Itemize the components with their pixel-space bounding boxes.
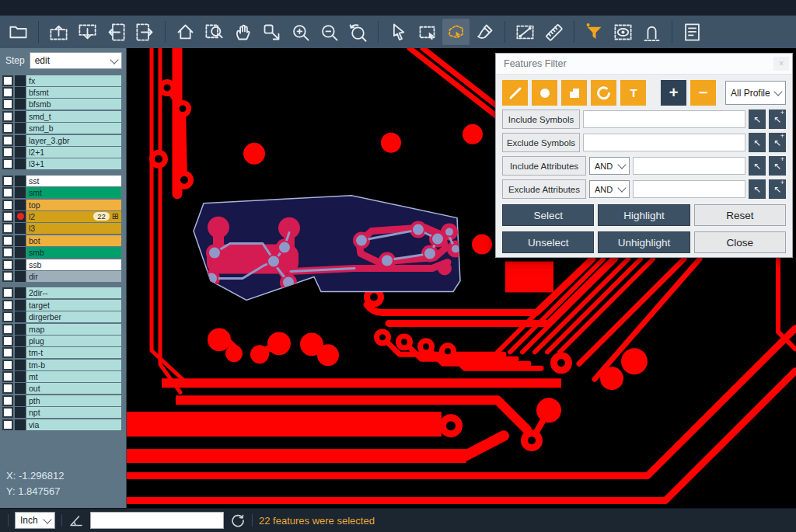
layer-checkbox[interactable] [2,147,13,158]
active-layer-indicator[interactable] [15,87,26,98]
select-arrow-button[interactable] [385,19,412,45]
layer-checkbox[interactable] [2,336,13,346]
layer-color-bar[interactable]: bfsmt⊞ [26,87,121,98]
layer-color-bar[interactable]: 2dir--⊞ [26,287,121,298]
pick-attribute-button[interactable]: ↖ [749,156,766,176]
layer-row[interactable]: smt⊞ [0,187,126,199]
layer-checkbox[interactable] [2,187,13,198]
layer-checkbox[interactable] [2,347,13,358]
layer-checkbox[interactable] [2,360,13,370]
layer-row[interactable]: l3⊞ [0,223,126,235]
layer-checkbox[interactable] [2,75,13,86]
layer-color-bar[interactable]: via⊞ [26,419,121,430]
angle-measure-icon[interactable] [68,513,84,528]
layer-checkbox[interactable] [2,223,13,234]
layer-checkbox[interactable] [2,311,13,322]
layer-row[interactable]: bfsmb⊞ [0,99,126,110]
view-options-button[interactable] [609,19,637,45]
include-symbols-input[interactable] [583,110,745,128]
layer-color-bar[interactable]: smd_t⊞ [26,111,121,122]
unhighlight-button[interactable]: Unhighlight [598,231,690,253]
active-layer-indicator[interactable] [15,135,26,146]
include-attributes-operator-select[interactable]: AND [589,157,630,175]
layer-row[interactable]: via⊞ [0,419,126,430]
measure-line-button[interactable] [511,19,539,45]
layer-color-bar[interactable]: smt⊞ [26,187,121,198]
active-layer-indicator[interactable] [15,300,26,311]
layer-color-bar[interactable]: tm-b⊞ [26,360,121,370]
menu-item[interactable] [61,6,75,9]
menu-item[interactable] [19,6,33,9]
pane-down-button[interactable] [74,19,101,45]
active-layer-indicator[interactable] [15,419,26,430]
exclude-symbols-input[interactable] [583,134,745,151]
layer-checkbox[interactable] [2,211,13,222]
pick-symbol-button[interactable]: ↖ [749,110,766,129]
layer-checkbox[interactable] [2,176,13,186]
active-layer-indicator[interactable] [15,311,26,322]
layer-row[interactable]: target⊞ [0,299,126,311]
snap-button[interactable] [638,19,665,45]
active-layer-indicator[interactable] [15,99,26,110]
layer-row[interactable]: smb⊞ [0,246,126,258]
layer-row[interactable]: 2dir--⊞ [0,287,126,299]
layer-checkbox[interactable] [2,135,13,146]
zoom-window-button[interactable] [201,19,228,45]
layer-color-bar[interactable]: l2+1⊞ [26,147,121,158]
layer-color-bar[interactable]: top⊞ [26,200,121,210]
layer-color-bar[interactable]: target⊞ [26,300,121,311]
unit-select[interactable]: Inch [15,512,55,529]
active-layer-indicator[interactable] [15,200,26,210]
layer-checkbox[interactable] [2,235,13,246]
include-attributes-button[interactable]: Include Attributes [502,156,586,176]
exclude-attributes-input[interactable] [633,180,745,198]
layer-row[interactable]: smd_t⊞ [0,110,126,122]
layer-color-bar[interactable]: l222⊞ [26,211,121,222]
layer-checkbox[interactable] [2,87,13,98]
layer-color-bar[interactable]: dirgerber⊞ [26,311,121,322]
layer-color-bar[interactable]: layer_3.gbr⊞ [26,135,121,146]
layer-checkbox[interactable] [2,200,13,210]
remove-filter-button[interactable]: − [690,80,716,106]
layer-checkbox[interactable] [2,300,13,311]
active-layer-indicator[interactable] [15,247,26,258]
layer-color-bar[interactable]: plug⊞ [26,336,121,346]
layer-color-bar[interactable]: bfsmb⊞ [26,99,121,110]
layer-checkbox[interactable] [2,383,13,394]
layer-checkbox[interactable] [2,247,13,258]
layer-row[interactable]: dirgerber⊞ [0,311,126,322]
layer-row[interactable]: out⊞ [0,383,126,395]
layer-row[interactable]: sst⊞ [0,175,126,186]
layer-color-bar[interactable]: smd_b⊞ [26,123,121,134]
active-layer-indicator[interactable] [15,176,26,186]
profile-select[interactable]: All Profile [725,81,786,105]
menu-item[interactable] [47,6,61,9]
layer-color-bar[interactable]: sst⊞ [26,176,121,186]
select-rectangle-button[interactable] [414,19,441,45]
layer-row[interactable]: l3+1⊞ [0,158,126,170]
active-layer-indicator[interactable] [15,271,26,282]
highlight-button[interactable]: Highlight [598,204,690,226]
select-button[interactable]: Select [502,204,594,226]
home-view-button[interactable] [172,19,199,45]
include-attributes-input[interactable] [633,157,745,175]
active-layer-indicator[interactable] [15,407,26,418]
active-layer-indicator[interactable] [15,223,26,234]
layer-checkbox[interactable] [2,419,13,430]
layer-row[interactable]: pth⊞ [0,395,126,406]
active-layer-indicator[interactable] [15,111,26,122]
active-layer-indicator[interactable] [15,158,26,169]
pick-attribute-button[interactable]: ↖ [749,179,766,199]
layer-checkbox[interactable] [2,407,13,418]
active-layer-indicator[interactable] [15,287,26,298]
layer-color-bar[interactable]: out⊞ [26,383,121,394]
text-filter-button[interactable]: T [620,80,646,106]
active-layer-indicator[interactable] [15,123,26,134]
layer-color-bar[interactable]: smb⊞ [26,247,121,258]
step-select[interactable]: edit [30,52,122,69]
zoom-in-button[interactable] [287,19,314,45]
layer-color-bar[interactable]: pth⊞ [26,395,121,406]
zoom-object-button[interactable] [258,19,285,45]
layer-color-bar[interactable]: l3+1⊞ [26,158,121,169]
layer-color-bar[interactable]: fx⊞ [26,75,121,86]
